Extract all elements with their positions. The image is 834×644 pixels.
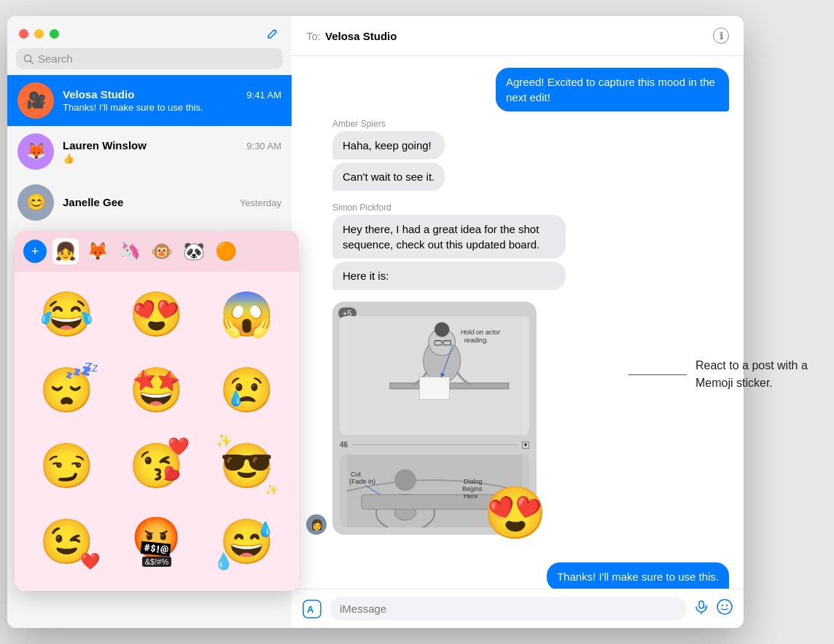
avatar-lauren: 🦊: [17, 133, 54, 170]
compose-button[interactable]: [265, 26, 280, 41]
simon-avatar: 👩: [306, 514, 327, 535]
svg-text:(Fade in): (Fade in): [349, 478, 375, 485]
close-button[interactable]: [19, 29, 28, 39]
to-label: To:: [306, 30, 321, 42]
minimize-button[interactable]: [34, 29, 44, 39]
callout-text: React to a post with a Memoji sticker.: [695, 357, 812, 392]
simon-bubbles: Hey there, I had a great idea for the sh…: [332, 215, 566, 290]
message-row-sent2: Thanks! I'll make sure to use this.: [306, 562, 729, 589]
conv-content-velosa: Velosa Studio 9:41 AM Thanks! I'll make …: [63, 88, 281, 113]
sticker-sparkles[interactable]: 😎 ✨ ✨: [203, 429, 290, 502]
sticker-tab-more[interactable]: 🟠: [213, 238, 239, 264]
search-placeholder: Search: [38, 52, 73, 65]
conv-name-velosa: Velosa Studio: [63, 88, 134, 101]
sticker-heart-love[interactable]: 😘 ❤️: [113, 429, 200, 502]
recipient-name: Velosa Studio: [325, 30, 397, 42]
conv-time-velosa: 9:41 AM: [246, 90, 281, 101]
sticker-heart-eyes[interactable]: 😍: [113, 278, 200, 350]
sender-name-simon: Simon Pickford: [332, 203, 729, 213]
svg-rect-9: [420, 377, 450, 400]
svg-line-1: [31, 60, 34, 63]
chat-panel: To: Velosa Studio ℹ Agreed! Excited to c…: [292, 16, 744, 628]
search-icon: [23, 54, 34, 64]
svg-point-31: [717, 600, 732, 614]
sticker-tab-unicorn[interactable]: 🦄: [117, 238, 143, 264]
conv-header-velosa: Velosa Studio 9:41 AM: [63, 88, 281, 101]
svg-point-5: [434, 322, 449, 337]
info-button[interactable]: ℹ: [713, 28, 729, 44]
sender-name-amber: Amber Spiers: [332, 119, 729, 129]
emoji-button[interactable]: [716, 598, 733, 620]
svg-text:Here: Here: [464, 492, 478, 500]
memoji-sticker-overlay: 😍: [478, 476, 551, 549]
bubble-sent1: Agreed! Excited to capture this mood in …: [496, 68, 729, 111]
sticker-tab-panda[interactable]: 🐼: [181, 238, 207, 264]
conv-header-janelle: Janelle Gee Yesterday: [63, 196, 281, 208]
avatar-janelle: 😊: [17, 184, 54, 221]
fullscreen-button[interactable]: [50, 29, 59, 39]
sticker-wink-heart[interactable]: 😉 ❤️: [23, 505, 110, 578]
simon-sender-label: Simon Pickford Hey there, I had a great …: [306, 203, 729, 293]
app-store-button[interactable]: A: [302, 599, 322, 619]
sticker-add-button[interactable]: +: [23, 240, 47, 263]
conversation-item-velosa[interactable]: 🎥 Velosa Studio 9:41 AM Thanks! I'll mak…: [7, 75, 292, 126]
sticker-sleepy[interactable]: 😴 zz: [23, 353, 110, 426]
svg-point-17: [394, 469, 416, 491]
avatar-velosa: 🎥: [17, 82, 54, 119]
chat-input-bar: A: [292, 589, 744, 628]
storyboard-row: 👩 +5: [306, 302, 729, 535]
chat-header: To: Velosa Studio ℹ: [292, 16, 744, 56]
titlebar: [7, 16, 292, 48]
sticker-tab-face[interactable]: 👧: [52, 238, 79, 264]
simon-message-group: Hey there, I had a great idea for the sh…: [306, 215, 729, 290]
conv-content-lauren: Lauren Winslow 9:30 AM 👍: [63, 139, 281, 164]
conv-preview-lauren: 👍: [63, 153, 281, 164]
sticker-grid: 😂 😍 😱 😴 zz 🤩: [15, 272, 299, 584]
svg-text:Cut: Cut: [351, 471, 362, 478]
svg-text:A: A: [307, 604, 314, 615]
sticker-cry-laugh[interactable]: 😂: [23, 278, 110, 350]
callout-line: [628, 374, 687, 375]
sticker-censored[interactable]: 🤬 &$!#%: [113, 505, 200, 578]
sticker-tab-fox[interactable]: 🦊: [85, 238, 111, 264]
sketch-svg-top: Hold on actor reading.: [340, 316, 529, 435]
conversation-item-janelle[interactable]: 😊 Janelle Gee Yesterday: [7, 177, 292, 228]
sticker-sweat[interactable]: 😅 💧: [203, 505, 290, 578]
search-bar[interactable]: Search: [16, 48, 283, 69]
traffic-lights: [19, 29, 59, 39]
sticker-picker: + 👧 🦊 🦄 🐵 🐼 🟠 😂 😍 😱: [15, 231, 299, 591]
sticker-crying[interactable]: 😢: [203, 353, 290, 426]
bubble-simon2: Here it is:: [332, 262, 566, 290]
conversation-item-lauren[interactable]: 🦊 Lauren Winslow 9:30 AM 👍: [7, 126, 292, 177]
message-input[interactable]: [330, 597, 687, 621]
sticker-star-struck[interactable]: 🤩: [113, 353, 200, 426]
sticker-tabs: + 👧 🦊 🦄 🐵 🐼 🟠: [15, 231, 299, 272]
svg-text:Hold on actor: Hold on actor: [461, 329, 501, 336]
bubble-amber2: Can't wait to see it.: [332, 162, 445, 191]
sticker-tab-monkey[interactable]: 🐵: [149, 238, 175, 264]
conv-time-lauren: 9:30 AM: [246, 141, 281, 152]
conv-name-lauren: Lauren Winslow: [63, 139, 147, 152]
conv-preview-velosa: Thanks! I'll make sure to use this.: [63, 102, 281, 113]
app-window: Search 🎥 Velosa Studio 9:41 AM Thanks! I…: [7, 16, 744, 628]
svg-point-33: [726, 604, 728, 605]
bubble-sent2: Thanks! I'll make sure to use this.: [547, 562, 729, 589]
sticker-shocked[interactable]: 😱: [203, 278, 290, 350]
bubble-simon1: Hey there, I had a great idea for the sh…: [332, 215, 566, 259]
amber-message-group: Haha, keep going! Can't wait to see it.: [306, 131, 729, 191]
sidebar: Search 🎥 Velosa Studio 9:41 AM Thanks! I…: [7, 16, 292, 628]
callout-annotation: React to a post with a Memoji sticker.: [628, 357, 812, 392]
conv-header-lauren: Lauren Winslow 9:30 AM: [63, 139, 281, 152]
svg-text:reading.: reading.: [464, 337, 488, 344]
amber-bubbles: Haha, keep going! Can't wait to see it.: [332, 131, 445, 191]
amber-sender-label: Amber Spiers Haha, keep going! Can't wai…: [306, 119, 729, 194]
chat-messages: Agreed! Excited to capture this mood in …: [292, 56, 744, 589]
sticker-smirk[interactable]: 😏: [23, 429, 110, 502]
chat-recipient: To: Velosa Studio: [306, 30, 397, 42]
conv-content-janelle: Janelle Gee Yesterday: [63, 196, 281, 210]
conv-name-janelle: Janelle Gee: [63, 196, 123, 208]
message-row-sent1: Agreed! Excited to capture this mood in …: [306, 68, 729, 111]
storyboard-container: +5: [332, 302, 537, 535]
audio-button[interactable]: [694, 600, 709, 618]
svg-rect-26: [699, 601, 704, 608]
